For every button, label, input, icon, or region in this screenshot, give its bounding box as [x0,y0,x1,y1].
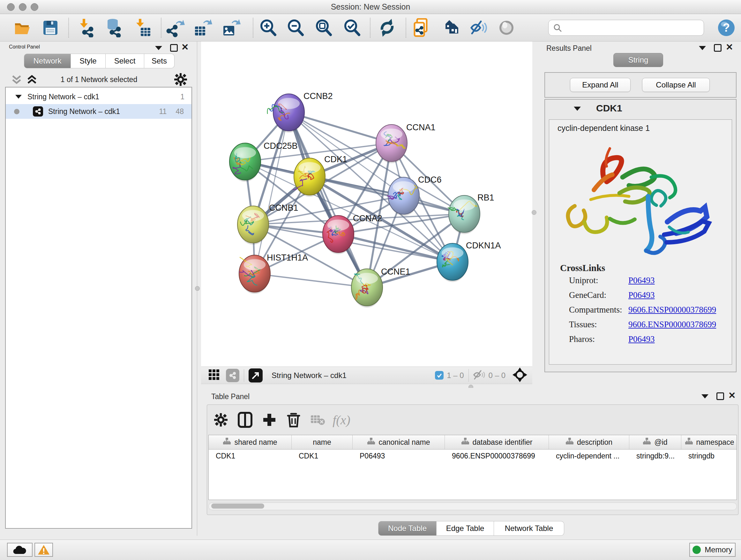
network-edge-CCNB2-HIST1H1A[interactable] [255,112,289,273]
expand-all-tree-icon[interactable] [26,74,38,86]
table-cell[interactable]: P06493 [353,449,445,462]
network-tree-child-row[interactable]: String Network – cdk1 11 48 [6,104,192,119]
cloud-button[interactable] [7,543,32,557]
table-panel-float-icon[interactable] [717,392,724,400]
column-header-canonical-name[interactable]: canonical name [353,435,445,449]
network-share-icon[interactable] [226,369,239,382]
export-image-icon[interactable] [222,18,241,37]
tab-select[interactable]: Select [106,54,144,68]
control-panel-menu-icon[interactable] [155,46,162,50]
results-panel-close-icon[interactable]: ✕ [726,44,733,51]
collapse-all-tree-icon[interactable] [11,74,22,86]
table-panel-menu-icon[interactable] [701,394,709,398]
table-cell[interactable]: stringdb [681,449,737,462]
network-node-CCNA1[interactable] [376,125,407,163]
zoom-out-icon[interactable] [286,18,305,37]
network-options-gear-icon[interactable] [174,73,187,87]
table-cell[interactable]: CDK1 [292,449,353,462]
table-cell[interactable]: 9606.ENSP00000378699 [445,449,549,462]
search-icon [553,23,562,32]
import-network-database-icon[interactable] [104,18,123,37]
show-all-icon[interactable] [497,18,516,37]
crosslink-link[interactable]: 9606.ENSP00000378699 [628,305,716,315]
table-gear-icon[interactable] [212,411,230,429]
control-panel-close-icon[interactable]: ✕ [181,44,189,51]
delete-column-icon[interactable] [284,411,303,429]
left-splitter-grip[interactable] [195,286,200,291]
network-node-CDC6[interactable] [387,177,419,216]
collapse-all-button[interactable]: Collapse All [642,78,710,92]
table-horizontal-scrollbar[interactable] [208,503,737,510]
import-table-file-icon[interactable] [133,18,152,37]
crosslink-link[interactable]: P06493 [628,275,655,286]
column-header-shared-name[interactable]: shared name [209,435,292,449]
zoom-window-button[interactable] [30,3,38,11]
results-panel-menu-icon[interactable] [699,46,706,50]
tab-sets[interactable]: Sets [144,54,175,68]
toolbar-search[interactable] [548,20,704,36]
birds-eye-view-icon[interactable] [249,368,263,382]
tab-node-table[interactable]: Node Table [378,521,436,536]
network-node-CDK1[interactable] [293,158,325,197]
network-node-CDKN1A[interactable] [437,243,468,282]
right-splitter-grip[interactable] [532,210,536,215]
tab-network-table[interactable]: Network Table [494,521,564,536]
export-table-icon[interactable] [194,18,213,37]
column-header-namespace[interactable]: namespace [681,435,737,449]
network-node-CCNE1[interactable] [351,269,383,307]
add-column-icon[interactable] [260,411,279,429]
refresh-icon[interactable] [378,18,397,37]
control-panel-float-icon[interactable] [170,44,178,52]
tab-style[interactable]: Style [71,54,106,68]
network-canvas[interactable]: CCNB2CCNA1CDC25BCDK1CDC6RB1CCNB1CCNA2CDK… [201,42,532,367]
network-node-CCNB1[interactable] [238,206,269,245]
tab-string[interactable]: String [613,53,663,67]
table-cell[interactable]: CDK1 [209,449,292,462]
tab-edge-table[interactable]: Edge Table [436,521,494,536]
network-node-CDC25B[interactable] [229,143,261,182]
search-input[interactable] [562,23,696,32]
tab-network[interactable]: Network [24,54,71,68]
zoom-in-icon[interactable] [259,18,278,37]
show-grid-icon[interactable] [208,369,220,382]
fit-selected-crosshair-icon[interactable] [513,368,527,383]
network-node-RB1[interactable] [448,195,480,234]
close-window-button[interactable] [7,3,15,11]
hide-unhide-icon[interactable] [469,18,488,37]
memory-button[interactable]: Memory [689,543,736,557]
column-header-database-identifier[interactable]: database identifier [445,435,549,449]
home-networks-icon[interactable] [441,18,460,37]
column-header-description[interactable]: description [549,435,629,449]
table-cell[interactable]: stringdb:9... [629,449,681,462]
selected-checkbox-icon[interactable] [435,371,444,380]
zoom-selected-icon[interactable] [342,18,361,37]
warnings-button[interactable] [35,543,53,557]
column-header-name[interactable]: name [292,435,353,449]
tree-collapse-arrow-icon[interactable] [15,95,22,99]
network-node-CCNB2[interactable] [267,94,305,132]
table-cell[interactable]: cyclin-dependent ... [549,449,629,462]
column-header--id[interactable]: @id [629,435,681,449]
select-columns-icon[interactable] [236,411,254,429]
network-edge-HIST1H1A-CCNE1[interactable] [255,273,367,287]
network-tree-root-row[interactable]: String Network – cdk1 1 [6,89,192,104]
tree-child-edge-count: 48 [176,107,184,116]
zoom-fit-icon[interactable] [314,18,333,37]
table-row[interactable]: CDK1CDK1P064939606.ENSP00000378699cyclin… [209,449,737,462]
table-panel-close-icon[interactable]: ✕ [728,392,736,399]
crosslink-link[interactable]: P06493 [628,290,655,300]
scrollbar-thumb[interactable] [211,503,264,509]
gene-collapse-arrow-icon[interactable] [574,107,581,111]
crosslink-link[interactable]: 9606.ENSP00000378699 [628,320,716,329]
results-panel-float-icon[interactable] [714,44,722,52]
help-icon[interactable]: ? [717,18,736,37]
export-network-icon[interactable] [166,18,185,37]
expand-all-button[interactable]: Expand All [570,78,630,92]
network-node-HIST1H1A[interactable] [239,255,270,294]
copy-network-icon[interactable] [413,18,432,37]
minimize-window-button[interactable] [19,3,26,11]
open-session-icon[interactable] [13,18,32,37]
import-network-file-icon[interactable] [77,18,96,37]
crosslink-link[interactable]: P06493 [628,334,655,344]
save-session-icon[interactable] [41,18,60,37]
